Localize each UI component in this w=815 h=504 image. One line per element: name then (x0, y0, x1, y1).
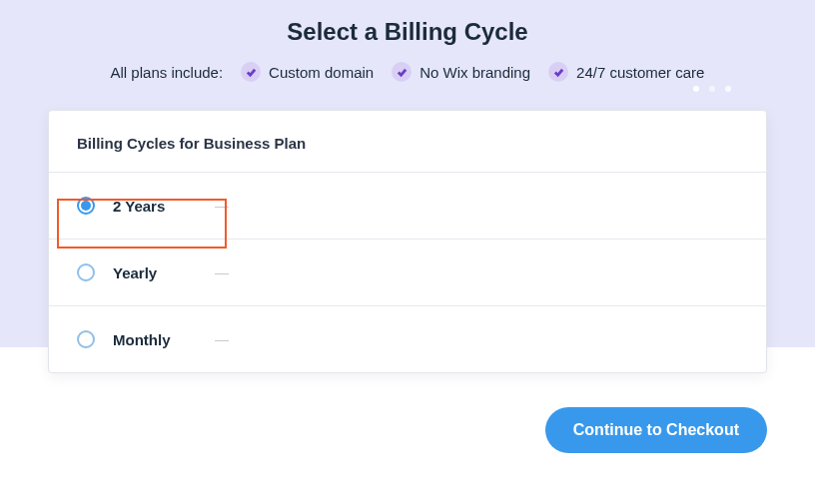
radio-unselected-icon (77, 263, 95, 281)
plan-includes-label: All plans include: (111, 64, 224, 81)
placeholder-dash: — (215, 264, 229, 280)
include-item-label: No Wix branding (419, 64, 530, 81)
cycle-option-monthly[interactable]: Monthly — (49, 306, 766, 372)
cycle-option-yearly[interactable]: Yearly — (49, 240, 766, 306)
cycle-label: 2 Years (113, 198, 187, 215)
cycle-label: Monthly (113, 331, 187, 348)
include-item-label: 24/7 customer care (576, 64, 704, 81)
cycle-label: Yearly (113, 264, 187, 281)
placeholder-dash: — (215, 198, 229, 214)
billing-cycle-card: Billing Cycles for Business Plan 2 Years… (48, 110, 767, 373)
include-item-custom-domain: Custom domain (241, 62, 374, 82)
plan-includes-row: All plans include: Custom domain No Wix … (0, 62, 815, 82)
check-icon (548, 62, 568, 82)
check-icon (241, 62, 261, 82)
page-header: Select a Billing Cycle All plans include… (0, 0, 815, 82)
page-title: Select a Billing Cycle (0, 18, 815, 46)
include-item-customer-care: 24/7 customer care (548, 62, 704, 82)
check-icon (392, 62, 411, 82)
cycle-option-2years[interactable]: 2 Years — (49, 173, 766, 240)
continue-to-checkout-button[interactable]: Continue to Checkout (545, 407, 767, 453)
include-item-no-branding: No Wix branding (392, 62, 530, 82)
cta-row: Continue to Checkout (0, 373, 815, 453)
radio-unselected-icon (77, 330, 95, 348)
radio-selected-icon (77, 197, 95, 215)
placeholder-dash: — (215, 331, 229, 347)
decorative-dots (693, 86, 731, 92)
include-item-label: Custom domain (269, 64, 374, 81)
card-title: Billing Cycles for Business Plan (49, 111, 766, 173)
